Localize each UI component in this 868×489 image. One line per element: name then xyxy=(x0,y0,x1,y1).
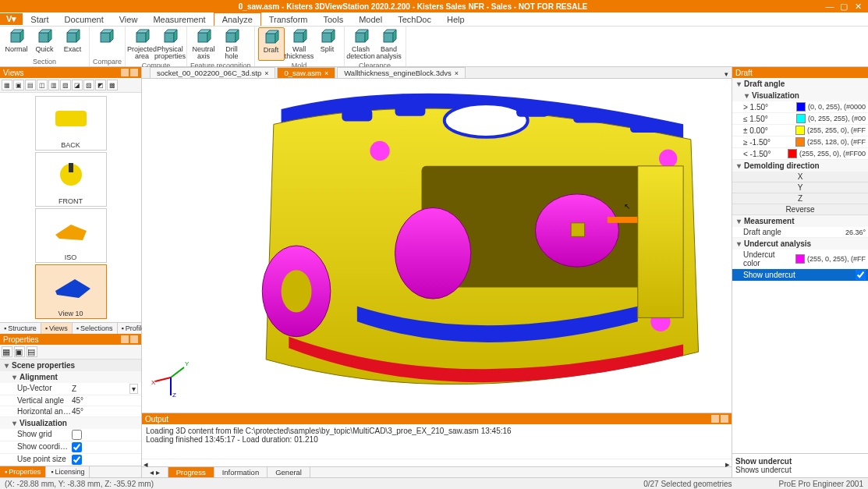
maximize-button[interactable]: ▢ xyxy=(837,1,851,12)
tool-icon[interactable]: ◪ xyxy=(72,80,83,90)
tool-icon[interactable]: ▤ xyxy=(27,346,37,357)
close-tab-icon[interactable]: × xyxy=(455,69,459,77)
ribbon-normal[interactable]: Normal xyxy=(3,27,30,57)
views-tab-views[interactable]: ▪Views xyxy=(41,323,73,334)
color-swatch[interactable] xyxy=(795,126,805,135)
ribbon-btn[interactable] xyxy=(93,27,119,57)
color-swatch[interactable] xyxy=(796,102,806,112)
ribbon-projected-area[interactable]: Projectedarea xyxy=(129,27,155,61)
tool-icon[interactable]: ▨ xyxy=(60,80,71,90)
visualization-header[interactable]: ▾Visualization xyxy=(0,417,141,429)
app-logo[interactable]: V▾ xyxy=(0,13,23,25)
view-thumb-view-10[interactable]: View 10 xyxy=(35,264,107,319)
view-thumb-iso[interactable]: ISO xyxy=(35,208,107,263)
prop-value[interactable]: 45° xyxy=(72,407,138,416)
axis-y[interactable]: Y xyxy=(732,182,868,193)
show-undercut-row[interactable]: Show undercut xyxy=(732,269,868,282)
viewport-3d[interactable]: X Y Z ↖ xyxy=(142,79,732,413)
pin-icon[interactable] xyxy=(711,415,719,423)
menu-measurement[interactable]: Measurement xyxy=(145,13,213,26)
menu-analyze[interactable]: Analyze xyxy=(214,12,261,26)
view-thumb-back[interactable]: BACK xyxy=(35,96,107,151)
ribbon-wall-thickness[interactable]: Wallthickness xyxy=(286,27,313,61)
undercut-color-swatch[interactable] xyxy=(795,254,805,264)
tool-icon[interactable]: ▣ xyxy=(13,80,24,90)
show-coord-checkbox[interactable] xyxy=(72,442,82,452)
close-tab-icon[interactable]: × xyxy=(264,69,268,77)
menu-transform[interactable]: Transform xyxy=(261,13,316,26)
menu-help[interactable]: Help xyxy=(439,13,473,26)
show-grid-checkbox[interactable] xyxy=(72,430,82,440)
out-tab-general[interactable]: General xyxy=(267,467,310,477)
doc-tab[interactable]: socket_00_002200_06C_3d.stp× xyxy=(150,67,275,78)
ribbon-quick[interactable]: Quick xyxy=(31,27,58,57)
prop-value[interactable]: 45° xyxy=(72,396,138,405)
ribbon-neutral-axis[interactable]: Neutralaxis xyxy=(190,27,217,61)
pin-icon[interactable] xyxy=(121,335,129,343)
tool-icon[interactable]: ▤ xyxy=(25,80,36,90)
menu-model[interactable]: Model xyxy=(351,13,390,26)
pin-icon[interactable] xyxy=(121,69,129,76)
ribbon-clash-detection[interactable]: Clashdetection xyxy=(348,27,374,61)
axis-z[interactable]: Z xyxy=(732,193,868,204)
menu-techdoc[interactable]: TechDoc xyxy=(390,13,439,26)
tabs-dropdown-icon[interactable]: ▾ xyxy=(725,70,728,78)
out-tab-progress[interactable]: Progress xyxy=(168,467,214,477)
ribbon-exact[interactable]: Exact xyxy=(59,27,86,57)
tab-icon: ▪ xyxy=(122,324,124,332)
close-tab-icon[interactable]: × xyxy=(324,69,328,77)
alignment-header[interactable]: ▾Alignment xyxy=(0,371,141,383)
doc-tab[interactable]: 0_saw.asm× xyxy=(277,67,335,78)
draft-vis-header[interactable]: ▾Visualization xyxy=(732,90,868,101)
out-tab-information[interactable]: Information xyxy=(214,467,268,477)
minimize-button[interactable]: — xyxy=(823,1,837,12)
color-swatch[interactable] xyxy=(795,137,805,147)
color-swatch[interactable] xyxy=(788,149,797,158)
undercut-header[interactable]: ▾Undercut analysis xyxy=(732,238,868,250)
measurement-header[interactable]: ▾Measurement xyxy=(732,215,868,227)
output-scrollbar[interactable]: ◂▸ xyxy=(142,459,732,466)
out-tab-nav[interactable]: ◂ ▸ xyxy=(142,467,168,477)
legend-row: ≤ 1.50°(0, 255, 255), (#00 xyxy=(732,113,868,125)
doc-tab[interactable]: Wallthickness_engineBlock.3dvs× xyxy=(337,67,466,78)
ribbon-drill-hole[interactable]: Drillhole xyxy=(218,27,245,61)
tool-icon[interactable]: ▣ xyxy=(14,346,25,357)
prop-value[interactable]: Z ▾ xyxy=(72,384,138,394)
close-panel-icon[interactable] xyxy=(130,69,138,76)
tool-icon[interactable]: ▦ xyxy=(2,80,12,90)
view-thumb-front[interactable]: FRONT xyxy=(35,152,107,207)
tool-icon[interactable]: ▥ xyxy=(48,80,59,90)
close-panel-icon[interactable] xyxy=(721,415,728,423)
tool-icon[interactable]: ▩ xyxy=(107,80,118,90)
tool-icon[interactable]: ▧ xyxy=(83,80,94,90)
axis-x[interactable]: X xyxy=(732,172,868,182)
cube-icon xyxy=(223,28,240,45)
ribbon-physical-properties[interactable]: Physicalproperties xyxy=(157,27,183,61)
axis-reverse[interactable]: Reverse xyxy=(732,204,868,215)
prop-tab-licensing[interactable]: ▪Licensing xyxy=(46,466,90,477)
ribbon-split[interactable]: Split xyxy=(314,27,341,61)
demold-header[interactable]: ▾Demolding direction xyxy=(732,160,868,172)
draft-angle-header[interactable]: ▾Draft angle xyxy=(732,78,868,90)
tool-icon[interactable]: ◫ xyxy=(37,80,48,90)
menu-document[interactable]: Document xyxy=(57,13,112,26)
close-button[interactable]: ✕ xyxy=(851,1,865,12)
menu-start[interactable]: Start xyxy=(23,13,56,26)
scene-properties-header[interactable]: ▾Scene properties xyxy=(0,360,141,371)
ribbon-band-analysis[interactable]: Bandanalysis xyxy=(376,27,402,61)
ribbon-draft[interactable]: Draft xyxy=(258,27,285,61)
show-undercut-checkbox[interactable] xyxy=(856,270,866,280)
views-tab-selections[interactable]: ▪Selections xyxy=(73,323,118,334)
views-tab-structure[interactable]: ▪Structure xyxy=(0,323,41,334)
use-point-checkbox[interactable] xyxy=(72,455,82,465)
color-swatch[interactable] xyxy=(796,114,806,123)
tool-icon[interactable]: ◩ xyxy=(95,80,106,90)
svg-rect-13 xyxy=(55,111,87,126)
close-panel-icon[interactable] xyxy=(130,335,138,343)
axis-gizmo[interactable]: X Y Z xyxy=(151,358,190,397)
document-tabs: socket_00_002200_06C_3d.stp×0_saw.asm×Wa… xyxy=(142,67,732,79)
menu-view[interactable]: View xyxy=(112,13,146,26)
prop-tab-properties[interactable]: ▪Properties xyxy=(0,466,46,477)
menu-tools[interactable]: Tools xyxy=(316,13,352,26)
tool-icon[interactable]: ▦ xyxy=(2,346,12,357)
